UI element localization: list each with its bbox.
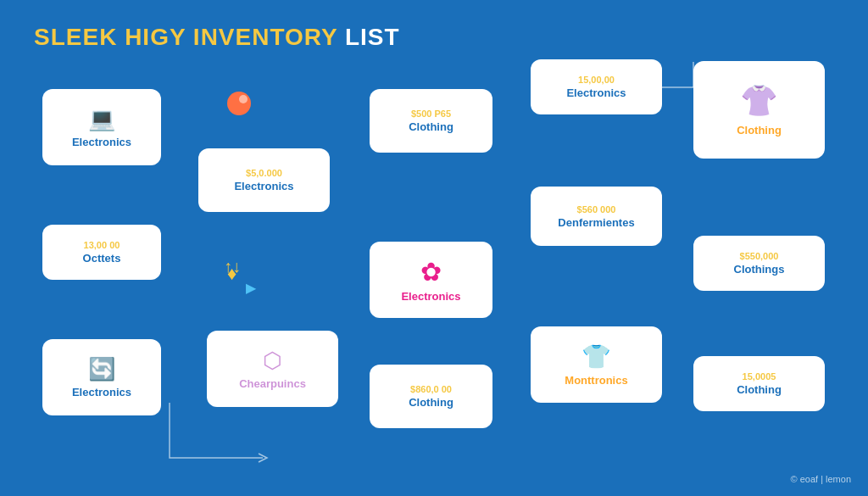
card-clothings: $550,000 Clothings bbox=[693, 236, 825, 291]
card-electronics-1: 💻 Electronics bbox=[42, 89, 161, 165]
card-electronics-5: 15,00,00 Electronics bbox=[531, 59, 662, 114]
card-price: 15,0005 bbox=[743, 371, 776, 382]
card-electronics-flower: ✿ Electronics bbox=[370, 242, 492, 318]
card-monttronics: 👕 Monttronics bbox=[531, 326, 662, 403]
card-label: Clothing bbox=[737, 124, 782, 137]
card-price: $500 P65 bbox=[411, 109, 451, 119]
card-electronics-price: $5,0.000 Electronics bbox=[198, 148, 330, 212]
card-label: Monttronics bbox=[565, 374, 627, 387]
arrow-sparkle: ↑↓ bbox=[224, 257, 241, 276]
card-clothing-top: $500 P65 Clothing bbox=[370, 89, 492, 153]
orange-ball bbox=[227, 92, 251, 115]
card-electronics-bottom: 🔄 Electronics bbox=[42, 339, 161, 415]
laptop-icon: 💻 bbox=[88, 106, 115, 132]
card-label: Denfermientes bbox=[558, 216, 634, 229]
logo: © eoaf | lemon bbox=[791, 474, 852, 484]
title-normal: LIST bbox=[337, 24, 399, 50]
card-label: Clothing bbox=[409, 396, 453, 409]
card-label: Octtets bbox=[83, 252, 121, 265]
card-price: 13,00 00 bbox=[84, 240, 120, 250]
card-chearpuincs: ⬡ Chearpuincs bbox=[207, 331, 338, 407]
card-label: Electronics bbox=[72, 136, 131, 148]
title-highlight: SLEEK HIGY INVENTORY bbox=[34, 24, 337, 50]
card-denfermientes: $560 000 Denfermientes bbox=[531, 187, 662, 246]
page-title: SLEEK HIGY INVENTORY LIST bbox=[34, 24, 400, 51]
card-label: Clothing bbox=[737, 383, 782, 396]
card-label: Clothing bbox=[409, 120, 453, 133]
card-clothing-bottom-mid: $860,0 00 Clothing bbox=[370, 365, 492, 428]
card-label: Electronics bbox=[401, 290, 460, 303]
tshirt-icon: 👕 bbox=[581, 343, 611, 371]
card-price: 15,00,00 bbox=[578, 75, 615, 85]
card-label: Clothings bbox=[734, 263, 785, 276]
card-label: Chearpuincs bbox=[239, 377, 306, 390]
arrow-down: ▶ bbox=[246, 280, 256, 296]
card-label: Electronics bbox=[234, 180, 293, 192]
card-octets: 13,00 00 Octtets bbox=[42, 225, 161, 280]
card-price: $560 000 bbox=[577, 204, 616, 215]
hierarchy-icon: ⬡ bbox=[263, 348, 282, 374]
card-label: Electronics bbox=[566, 86, 626, 99]
card-price: $5,0.000 bbox=[246, 168, 282, 178]
card-clothing-final: 15,0005 Clothing bbox=[693, 356, 825, 411]
card-price: $860,0 00 bbox=[410, 384, 452, 394]
card-clothing-shirt: 👚 Clothing bbox=[693, 61, 825, 159]
flower-icon: ✿ bbox=[420, 257, 442, 287]
shirt-icon: 👚 bbox=[740, 83, 778, 119]
globe-icon: 🔄 bbox=[88, 356, 115, 382]
card-price: $550,000 bbox=[740, 251, 779, 261]
card-label: Electronics bbox=[72, 386, 131, 398]
